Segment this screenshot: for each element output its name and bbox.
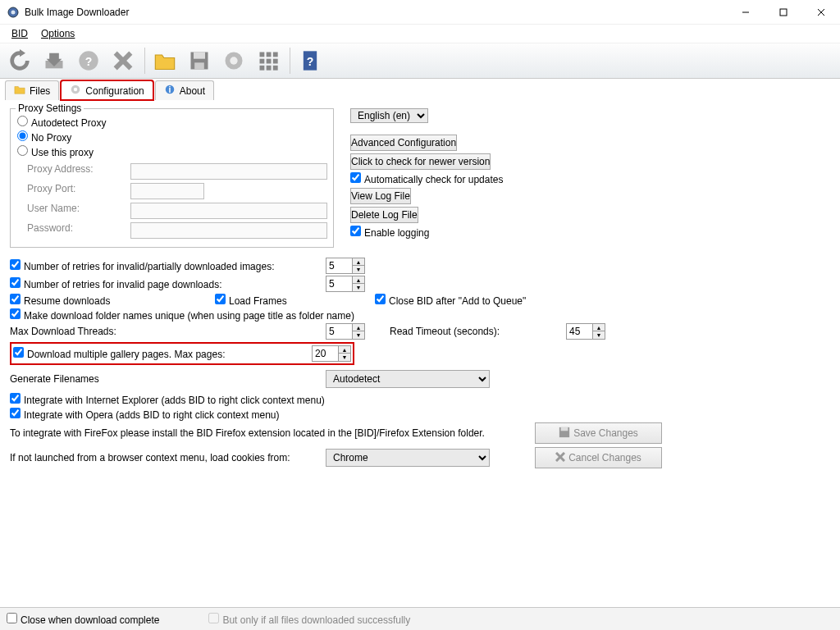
cancel-changes-button[interactable]: Cancel Changes bbox=[535, 447, 662, 468]
proxy-pass-label: Password: bbox=[27, 222, 126, 239]
generate-filenames-label: Generate Filenames bbox=[10, 373, 326, 385]
svg-rect-34 bbox=[561, 427, 568, 430]
tab-files[interactable]: Files bbox=[5, 80, 59, 100]
toolbar: ? ? bbox=[0, 43, 840, 79]
svg-marker-6 bbox=[20, 49, 25, 57]
app-icon bbox=[7, 6, 20, 19]
help-button[interactable]: ? bbox=[72, 46, 105, 75]
unique-folder-checkbox[interactable]: Make download folder names unique (when … bbox=[10, 308, 354, 322]
title-bar: Bulk Image Downloader bbox=[0, 0, 840, 25]
retries-images-spinner[interactable]: ▲▼ bbox=[326, 258, 365, 274]
retries-page-spinner[interactable]: ▲▼ bbox=[326, 276, 365, 292]
tab-label: Configuration bbox=[85, 85, 144, 97]
svg-rect-22 bbox=[267, 59, 272, 64]
right-column: English (en) Advanced Configuration Clic… bbox=[350, 108, 593, 240]
integrate-ie-checkbox[interactable]: Integrate with Internet Explorer (adds B… bbox=[10, 393, 325, 406]
svg-text:?: ? bbox=[85, 55, 93, 68]
proxy-settings-group: Proxy Settings Autodetect Proxy No Proxy… bbox=[10, 108, 334, 248]
config-panel: Proxy Settings Autodetect Proxy No Proxy… bbox=[0, 100, 840, 607]
proxy-address-input[interactable] bbox=[130, 163, 327, 180]
proxy-port-label: Proxy Port: bbox=[27, 183, 126, 199]
svg-text:i: i bbox=[168, 84, 171, 94]
toolbar-separator bbox=[144, 48, 145, 74]
view-log-button[interactable]: View Log File bbox=[350, 188, 411, 204]
tab-label: About bbox=[180, 85, 205, 97]
svg-rect-25 bbox=[267, 66, 272, 71]
status-bar: Close when download complete But only if… bbox=[0, 607, 840, 630]
generate-filenames-select[interactable]: Autodetect bbox=[326, 370, 490, 388]
proxy-address-label: Proxy Address: bbox=[27, 163, 126, 180]
enable-logging-checkbox[interactable]: Enable logging bbox=[350, 226, 429, 239]
multi-gallery-checkbox[interactable]: Download multiple gallery pages. Max pag… bbox=[13, 347, 312, 360]
threads-label: Max Download Threads: bbox=[10, 326, 326, 337]
radio-use-proxy[interactable]: Use this proxy bbox=[17, 145, 94, 158]
svg-rect-14 bbox=[194, 52, 205, 59]
svg-rect-3 bbox=[780, 9, 787, 16]
svg-rect-19 bbox=[267, 52, 272, 57]
svg-rect-18 bbox=[260, 52, 265, 57]
menu-bid[interactable]: BID bbox=[5, 26, 34, 41]
close-bid-checkbox[interactable]: Close BID after "Add to Queue" bbox=[375, 294, 526, 307]
read-timeout-label: Read Timeout (seconds): bbox=[390, 326, 566, 337]
refresh-button[interactable] bbox=[3, 46, 36, 75]
resume-checkbox[interactable]: Resume downloads bbox=[10, 294, 215, 307]
minimize-button[interactable] bbox=[727, 0, 765, 25]
svg-rect-23 bbox=[273, 59, 278, 64]
max-pages-spinner[interactable]: ▲▼ bbox=[312, 345, 351, 362]
load-frames-checkbox[interactable]: Load Frames bbox=[215, 294, 375, 307]
integrate-opera-checkbox[interactable]: Integrate with Opera (adds BID to right … bbox=[10, 408, 279, 421]
proxy-pass-input[interactable] bbox=[130, 222, 327, 239]
threads-spinner[interactable]: ▲▼ bbox=[326, 323, 365, 340]
save-button-toolbar[interactable] bbox=[183, 46, 216, 75]
group-legend: Proxy Settings bbox=[16, 103, 84, 114]
svg-rect-26 bbox=[273, 66, 278, 71]
advanced-config-button[interactable]: Advanced Configuration bbox=[350, 135, 457, 151]
svg-point-30 bbox=[74, 88, 77, 91]
but-only-checkbox: But only if all files downloaded success… bbox=[208, 613, 410, 626]
save-changes-button[interactable]: Save Changes bbox=[535, 422, 662, 444]
radio-no-proxy[interactable]: No Proxy bbox=[17, 130, 71, 144]
close-button[interactable] bbox=[802, 0, 840, 25]
tab-label: Files bbox=[30, 85, 50, 97]
info-icon: i bbox=[164, 84, 176, 98]
radio-autodetect-proxy[interactable]: Autodetect Proxy bbox=[17, 116, 106, 129]
menu-bar: BID Options bbox=[0, 25, 840, 43]
download-button[interactable] bbox=[38, 46, 71, 75]
svg-text:?: ? bbox=[307, 55, 314, 68]
tab-configuration[interactable]: Configuration bbox=[61, 80, 153, 100]
svg-point-17 bbox=[230, 57, 237, 64]
save-icon bbox=[559, 427, 570, 441]
open-folder-button[interactable] bbox=[148, 46, 181, 75]
settings-button[interactable] bbox=[217, 46, 250, 75]
read-timeout-spinner[interactable]: ▲▼ bbox=[566, 323, 605, 340]
cancel-icon bbox=[555, 452, 565, 464]
check-version-button[interactable]: Click to check for newer version bbox=[350, 153, 491, 170]
toolbar-separator bbox=[290, 48, 290, 74]
tab-strip: Files Configuration i About bbox=[0, 79, 840, 100]
language-select[interactable]: English (en) bbox=[350, 108, 428, 123]
info-button[interactable]: ? bbox=[294, 46, 326, 75]
svg-rect-24 bbox=[260, 66, 265, 71]
delete-log-button[interactable]: Delete Log File bbox=[350, 207, 418, 223]
proxy-user-input[interactable] bbox=[130, 203, 327, 219]
auto-update-checkbox[interactable]: Automatically check for updates bbox=[350, 172, 503, 185]
folder-icon bbox=[14, 84, 25, 98]
svg-rect-21 bbox=[260, 59, 265, 64]
retries-page-checkbox[interactable]: Number of retries for invalid page downl… bbox=[10, 277, 326, 290]
maximize-button[interactable] bbox=[765, 0, 802, 25]
close-on-complete-checkbox[interactable]: Close when download complete bbox=[7, 613, 159, 626]
svg-point-1 bbox=[11, 10, 16, 14]
retries-images-checkbox[interactable]: Number of retries for invalid/partially … bbox=[10, 259, 326, 272]
grid-button[interactable] bbox=[252, 46, 285, 75]
svg-rect-20 bbox=[273, 52, 278, 57]
menu-options[interactable]: Options bbox=[34, 26, 81, 41]
gear-icon bbox=[70, 84, 81, 98]
proxy-port-input[interactable] bbox=[130, 183, 204, 199]
cancel-button-toolbar[interactable] bbox=[107, 46, 139, 75]
cookies-label: If not launched from a browser context m… bbox=[10, 452, 326, 463]
firefox-note: To integrate with FireFox please install… bbox=[10, 427, 535, 439]
proxy-user-label: User Name: bbox=[27, 203, 126, 219]
tab-about[interactable]: i About bbox=[155, 80, 214, 100]
window-title: Bulk Image Downloader bbox=[25, 7, 727, 18]
cookies-select[interactable]: Chrome bbox=[326, 449, 490, 467]
